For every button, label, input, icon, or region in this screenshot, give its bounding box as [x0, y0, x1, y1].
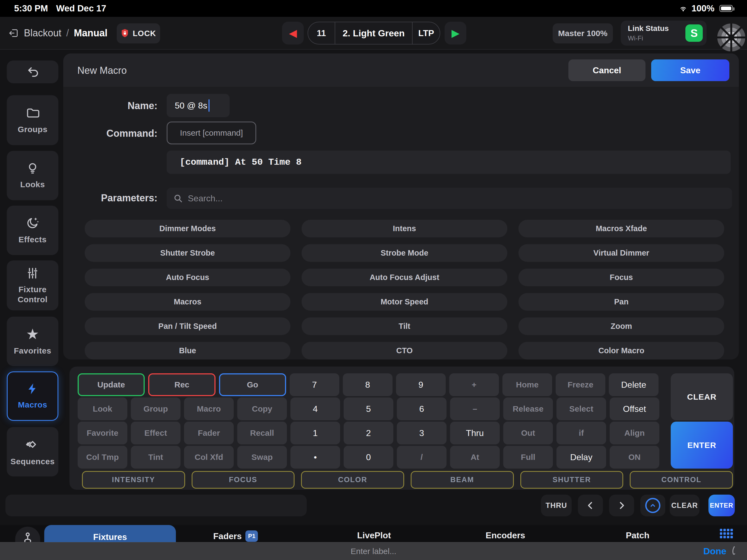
link-status[interactable]: Link Status Wi-Fi S: [621, 21, 706, 46]
key-enter[interactable]: ENTER: [671, 422, 733, 469]
key-favorite[interactable]: Favorite: [78, 422, 127, 445]
key-3[interactable]: 3: [397, 422, 446, 445]
cmdbar-enter-button[interactable]: ENTER: [709, 495, 735, 516]
sidebar-item-macros[interactable]: Macros: [7, 371, 58, 421]
key-rec[interactable]: Rec: [148, 373, 215, 396]
insert-command-button[interactable]: Insert [command]: [167, 122, 256, 144]
tab-patch[interactable]: Patch: [605, 530, 670, 540]
cue-back-button[interactable]: ◀: [282, 22, 304, 45]
key-recall[interactable]: Recall: [237, 422, 287, 445]
lock-button[interactable]: LOCK: [117, 23, 160, 44]
key-full[interactable]: Full: [503, 446, 553, 469]
key-home[interactable]: Home: [503, 373, 552, 396]
keyboard-done-button[interactable]: Done: [703, 542, 738, 560]
key-out[interactable]: Out: [503, 422, 553, 445]
key-6[interactable]: 6: [397, 398, 446, 420]
save-button[interactable]: Save: [651, 59, 729, 81]
tab-liveplot[interactable]: LivePlot: [341, 530, 407, 540]
cmdbar-thru-button[interactable]: THRU: [541, 495, 572, 516]
sidebar-item-fixture-control[interactable]: Fixture Control: [7, 261, 58, 311]
param-button-macros[interactable]: Macros: [85, 293, 290, 311]
param-button-virtual-dimmer[interactable]: Virtual Dimmer: [518, 244, 724, 262]
key-clear[interactable]: CLEAR: [671, 373, 733, 420]
key-select[interactable]: Select: [557, 398, 606, 420]
tab-encoders[interactable]: Encoders: [473, 530, 538, 540]
param-button-cto[interactable]: CTO: [302, 342, 507, 359]
key-swap[interactable]: Swap: [237, 446, 287, 469]
key-8[interactable]: 8: [343, 373, 392, 396]
macro-name-input[interactable]: 50 @ 8s: [167, 94, 230, 117]
param-button-auto-focus-adjust[interactable]: Auto Focus Adjust: [302, 269, 507, 286]
key-go[interactable]: Go: [219, 373, 286, 396]
key-on[interactable]: ON: [610, 446, 659, 469]
command-line-input[interactable]: [5, 495, 307, 516]
key-tint[interactable]: Tint: [131, 446, 181, 469]
param-button-focus[interactable]: Focus: [518, 269, 724, 286]
palette-beam[interactable]: BEAM: [411, 471, 514, 489]
palette-control[interactable]: CONTROL: [630, 471, 733, 489]
key-col-tmp[interactable]: Col Tmp: [78, 446, 127, 469]
key-minus[interactable]: –: [450, 398, 500, 420]
cmdbar-prev-button[interactable]: [578, 495, 603, 516]
param-button-pan[interactable]: Pan: [518, 293, 724, 311]
key-if[interactable]: if: [557, 422, 606, 445]
key-dot[interactable]: •: [290, 446, 340, 469]
cmdbar-next-button[interactable]: [609, 495, 634, 516]
cancel-button[interactable]: Cancel: [568, 59, 645, 81]
param-button-strobe-mode[interactable]: Strobe Mode: [302, 244, 507, 262]
key-fader[interactable]: Fader: [184, 422, 234, 445]
sidebar-item-looks[interactable]: Looks: [7, 151, 58, 200]
key-offset[interactable]: Offset: [610, 398, 659, 420]
palette-focus[interactable]: FOCUS: [191, 471, 295, 489]
search-input[interactable]: [188, 193, 663, 204]
param-button-intens[interactable]: Intens: [302, 220, 507, 237]
key-delay[interactable]: Delay: [557, 446, 606, 469]
cue-mode[interactable]: LTP: [413, 22, 440, 44]
key-9[interactable]: 9: [396, 373, 446, 396]
app-grid-icon[interactable]: [720, 529, 733, 538]
key-2[interactable]: 2: [344, 422, 393, 445]
key-group[interactable]: Group: [131, 398, 181, 420]
key-col-xfd[interactable]: Col Xfd: [184, 446, 234, 469]
palette-shutter[interactable]: SHUTTER: [520, 471, 623, 489]
master-level-button[interactable]: Master 100%: [552, 23, 613, 44]
cmdbar-clear-button[interactable]: CLEAR: [670, 495, 699, 516]
sidebar-back-button[interactable]: [7, 60, 58, 83]
palette-color[interactable]: COLOR: [301, 471, 404, 489]
cue-number[interactable]: 11: [308, 22, 335, 44]
palette-intensity[interactable]: INTENSITY: [82, 471, 185, 489]
key-look[interactable]: Look: [78, 398, 127, 420]
key-5[interactable]: 5: [344, 398, 393, 420]
key-7[interactable]: 7: [290, 373, 339, 396]
param-button-blue[interactable]: Blue: [85, 342, 290, 359]
color-wheel-button[interactable]: [717, 23, 746, 53]
param-button-tilt[interactable]: Tilt: [302, 317, 507, 335]
key-delete[interactable]: Delete: [609, 373, 659, 396]
param-button-motor-speed[interactable]: Motor Speed: [302, 293, 507, 311]
tab-faders[interactable]: Faders P1: [203, 530, 268, 542]
cmdbar-collapse-button[interactable]: [640, 495, 665, 516]
key-4[interactable]: 4: [290, 398, 340, 420]
param-button-color-macro[interactable]: Color Macro: [518, 342, 724, 359]
key-macro[interactable]: Macro: [184, 398, 234, 420]
param-button-macros-xfade[interactable]: Macros Xfade: [518, 220, 724, 237]
label-input-placeholder[interactable]: Enter label...: [351, 547, 396, 556]
sidebar-item-effects[interactable]: Effects: [7, 206, 58, 255]
cue-selector[interactable]: 11 2. Light Green LTP: [308, 22, 440, 45]
param-button-shutter-strobe[interactable]: Shutter Strobe: [85, 244, 290, 262]
key-effect[interactable]: Effect: [131, 422, 181, 445]
cue-go-button[interactable]: ▶: [445, 22, 466, 45]
key-release[interactable]: Release: [503, 398, 553, 420]
sidebar-item-favorites[interactable]: ★ Favorites: [7, 317, 58, 366]
key-copy[interactable]: Copy: [237, 398, 287, 420]
key-slash[interactable]: /: [397, 446, 446, 469]
key-align[interactable]: Align: [610, 422, 659, 445]
key-0[interactable]: 0: [344, 446, 393, 469]
sidebar-item-groups[interactable]: Groups: [7, 95, 58, 145]
param-button-dimmer-modes[interactable]: Dimmer Modes: [85, 220, 290, 237]
cue-name[interactable]: 2. Light Green: [335, 22, 413, 44]
param-button-zoom[interactable]: Zoom: [518, 317, 724, 335]
key-freeze[interactable]: Freeze: [556, 373, 605, 396]
key-thru[interactable]: Thru: [450, 422, 500, 445]
breadcrumb[interactable]: Blackout / Manual: [8, 17, 107, 49]
